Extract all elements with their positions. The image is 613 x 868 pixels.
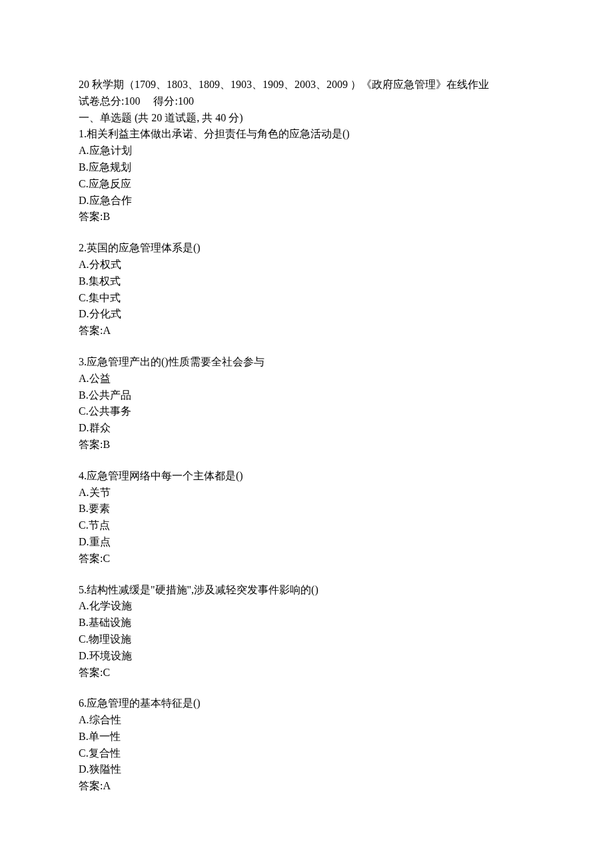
option-d: D.狭隘性 bbox=[79, 761, 534, 778]
question-block: 2.英国的应急管理体系是() A.分权式 B.集权式 C.集中式 D.分化式 答… bbox=[79, 240, 534, 339]
option-d: D.应急合作 bbox=[79, 193, 534, 209]
option-c: C.复合性 bbox=[79, 745, 534, 762]
question-block: 5.结构性减缓是"硬措施",涉及减轻突发事件影响的() A.化学设施 B.基础设… bbox=[79, 582, 534, 681]
question-block: 6.应急管理的基本特征是() A.综合性 B.单一性 C.复合性 D.狭隘性 答… bbox=[79, 695, 534, 795]
option-c: C.物理设施 bbox=[79, 631, 534, 648]
option-c: C.集中式 bbox=[79, 290, 534, 307]
answer-line: 答案:A bbox=[79, 778, 534, 795]
option-a: A.应急计划 bbox=[79, 143, 534, 159]
question-block: 3.应急管理产出的()性质需要全社会参与 A.公益 B.公共产品 C.公共事务 … bbox=[79, 354, 534, 453]
option-a: A.关节 bbox=[79, 485, 534, 501]
question-text: 1.相关利益主体做出承诺、分担责任与角色的应急活动是() bbox=[79, 126, 534, 143]
obtained-score: 得分:100 bbox=[153, 95, 193, 107]
answer-line: 答案:B bbox=[79, 437, 534, 453]
question-text: 3.应急管理产出的()性质需要全社会参与 bbox=[79, 354, 534, 371]
option-d: D.重点 bbox=[79, 534, 534, 551]
question-text: 4.应急管理网络中每一个主体都是() bbox=[79, 468, 534, 485]
option-d: D.环境设施 bbox=[79, 648, 534, 665]
document-page: 20 秋学期（1709、1803、1809、1903、1909、2003、200… bbox=[0, 0, 613, 828]
option-a: A.公益 bbox=[79, 371, 534, 387]
total-score: 试卷总分:100 bbox=[79, 95, 140, 107]
question-text: 2.英国的应急管理体系是() bbox=[79, 240, 534, 257]
option-b: B.单一性 bbox=[79, 729, 534, 745]
option-c: C.公共事务 bbox=[79, 403, 534, 420]
answer-line: 答案:A bbox=[79, 323, 534, 339]
question-text: 5.结构性减缓是"硬措施",涉及减轻突发事件影响的() bbox=[79, 582, 534, 599]
answer-line: 答案:B bbox=[79, 209, 534, 225]
question-text: 6.应急管理的基本特征是() bbox=[79, 695, 534, 712]
answer-line: 答案:C bbox=[79, 551, 534, 567]
option-b: B.集权式 bbox=[79, 273, 534, 290]
question-block: 1.相关利益主体做出承诺、分担责任与角色的应急活动是() A.应急计划 B.应急… bbox=[79, 126, 534, 225]
score-line: 试卷总分:100得分:100 bbox=[79, 93, 534, 110]
option-a: A.化学设施 bbox=[79, 598, 534, 615]
option-b: B.要素 bbox=[79, 501, 534, 517]
answer-line: 答案:C bbox=[79, 665, 534, 681]
option-d: D.分化式 bbox=[79, 306, 534, 323]
question-block: 4.应急管理网络中每一个主体都是() A.关节 B.要素 C.节点 D.重点 答… bbox=[79, 468, 534, 567]
option-b: B.应急规划 bbox=[79, 159, 534, 176]
option-a: A.综合性 bbox=[79, 712, 534, 729]
option-c: C.应急反应 bbox=[79, 176, 534, 193]
option-a: A.分权式 bbox=[79, 257, 534, 273]
section-header: 一、单选题 (共 20 道试题, 共 40 分) bbox=[79, 110, 534, 127]
option-c: C.节点 bbox=[79, 517, 534, 534]
option-b: B.基础设施 bbox=[79, 615, 534, 631]
option-b: B.公共产品 bbox=[79, 387, 534, 404]
exam-title: 20 秋学期（1709、1803、1809、1903、1909、2003、200… bbox=[79, 77, 534, 93]
option-d: D.群众 bbox=[79, 420, 534, 437]
